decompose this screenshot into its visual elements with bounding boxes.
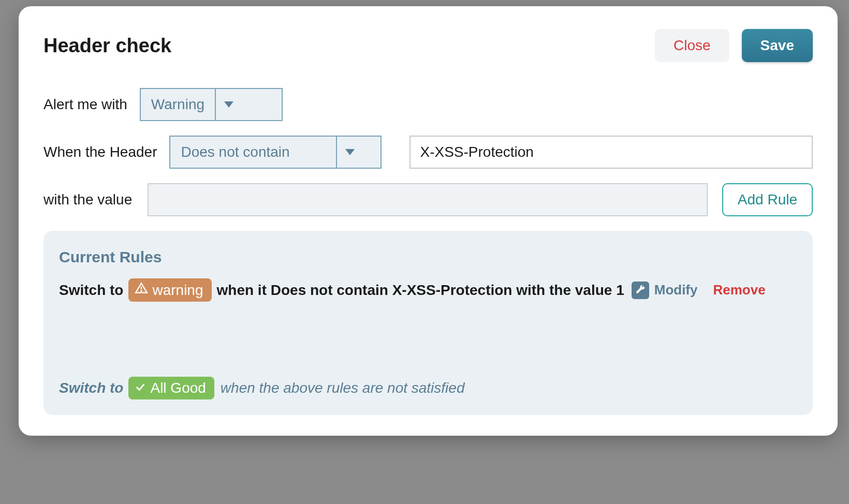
chevron-down-icon bbox=[336, 137, 363, 168]
warning-icon bbox=[135, 281, 148, 299]
rule-actions: Modify Remove bbox=[632, 281, 766, 299]
current-rules-panel: Current Rules Switch to warning when it … bbox=[43, 231, 813, 415]
header-check-modal: Header check Close Save Alert me with Wa… bbox=[19, 6, 838, 436]
header-value-input[interactable] bbox=[148, 183, 708, 216]
alert-row: Alert me with Warning bbox=[43, 88, 813, 121]
warning-badge-label: warning bbox=[152, 282, 203, 299]
alert-level-value: Warning bbox=[141, 89, 215, 120]
value-label: with the value bbox=[43, 191, 132, 208]
add-rule-button[interactable]: Add Rule bbox=[722, 183, 813, 216]
alert-label: Alert me with bbox=[43, 96, 127, 113]
rule-prefix: Switch to bbox=[59, 282, 123, 299]
rule-suffix: when it Does not contain X-XSS-Protectio… bbox=[217, 282, 624, 299]
modify-link[interactable]: Modify bbox=[654, 282, 698, 298]
all-good-label: All Good bbox=[150, 380, 206, 396]
header-condition-select[interactable]: Does not contain bbox=[169, 136, 382, 169]
rule-item: Switch to warning when it Does not conta… bbox=[59, 278, 797, 302]
footer-prefix: Switch to bbox=[59, 380, 123, 396]
all-good-badge: All Good bbox=[128, 377, 214, 399]
rules-title: Current Rules bbox=[59, 248, 797, 266]
chevron-down-icon bbox=[215, 89, 242, 120]
alert-level-select[interactable]: Warning bbox=[140, 88, 283, 121]
header-row: When the Header Does not contain bbox=[43, 136, 813, 169]
close-button[interactable]: Close bbox=[655, 29, 729, 62]
svg-marker-0 bbox=[224, 101, 233, 108]
header-condition-value: Does not contain bbox=[170, 137, 336, 168]
wrench-icon bbox=[635, 282, 646, 299]
save-button[interactable]: Save bbox=[742, 29, 813, 62]
svg-marker-1 bbox=[345, 149, 355, 155]
rules-footer: Switch to All Good when the above rules … bbox=[59, 377, 797, 399]
header-label: When the Header bbox=[43, 144, 157, 160]
warning-badge: warning bbox=[128, 278, 211, 302]
value-row: with the value Add Rule bbox=[43, 183, 813, 216]
svg-point-3 bbox=[141, 291, 142, 291]
remove-link[interactable]: Remove bbox=[713, 282, 765, 298]
header-buttons: Close Save bbox=[655, 29, 813, 62]
check-icon bbox=[135, 380, 146, 396]
footer-suffix: when the above rules are not satisfied bbox=[221, 380, 465, 396]
header-name-input[interactable] bbox=[409, 136, 813, 169]
modify-rule-button[interactable] bbox=[632, 281, 649, 299]
modal-title: Header check bbox=[43, 35, 171, 57]
modal-header: Header check Close Save bbox=[43, 29, 813, 62]
